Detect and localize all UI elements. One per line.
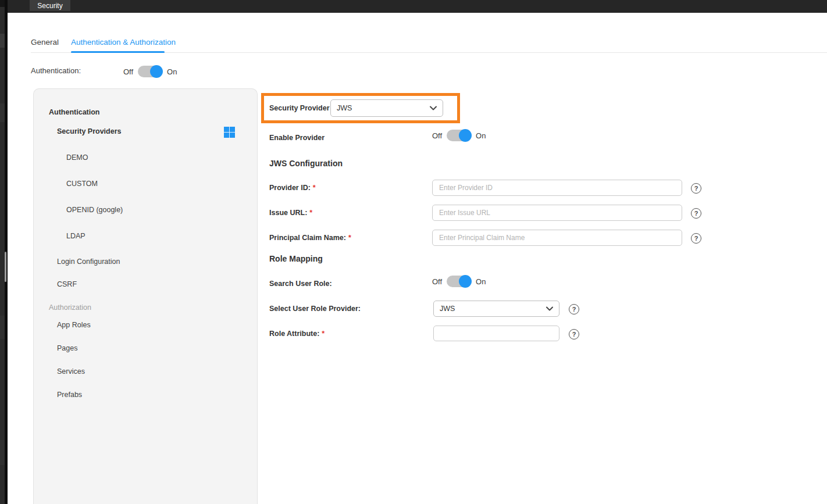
toggle-knob bbox=[150, 65, 163, 78]
toggle-track[interactable] bbox=[447, 276, 471, 287]
sidebar-item-app-roles[interactable]: App Roles bbox=[57, 321, 91, 329]
principal-claim-name-input[interactable] bbox=[432, 230, 682, 246]
security-provider-highlight: Security Provider JWS bbox=[261, 93, 460, 123]
enable-provider-toggle[interactable]: Off On bbox=[432, 130, 486, 141]
security-tab[interactable]: Security bbox=[30, 0, 70, 11]
toggle-on-label: On bbox=[167, 67, 177, 76]
issue-url-label: Issue URL:* bbox=[269, 205, 312, 221]
security-nav-panel: Authentication Security Providers DEMO C… bbox=[33, 88, 258, 504]
toggle-off-label: Off bbox=[123, 67, 133, 76]
sidebar-item-services[interactable]: Services bbox=[57, 367, 85, 376]
security-provider-label: Security Provider bbox=[269, 96, 330, 120]
select-value: JWS bbox=[337, 104, 352, 112]
help-icon[interactable]: ? bbox=[691, 208, 701, 219]
help-icon[interactable]: ? bbox=[569, 329, 579, 339]
jws-configuration-heading: JWS Configuration bbox=[269, 159, 343, 168]
role-attribute-input[interactable] bbox=[433, 326, 559, 341]
toggle-track[interactable] bbox=[138, 66, 162, 77]
sidebar-item-pages[interactable]: Pages bbox=[57, 344, 77, 352]
search-user-role-label: Search User Role: bbox=[269, 276, 332, 292]
required-marker: * bbox=[348, 234, 351, 242]
active-tab-underline bbox=[71, 51, 165, 53]
sidebar-item-provider-demo[interactable]: DEMO bbox=[66, 153, 88, 162]
tab-general[interactable]: General bbox=[31, 38, 59, 47]
toggle-knob bbox=[459, 129, 472, 142]
top-bar: Security bbox=[8, 0, 827, 13]
toggle-off-label: Off bbox=[432, 277, 442, 286]
search-user-role-toggle[interactable]: Off On bbox=[432, 276, 486, 287]
select-user-role-provider-label: Select User Role Provider: bbox=[269, 301, 361, 317]
sidebar-item-provider-custom[interactable]: CUSTOM bbox=[66, 180, 98, 188]
toggle-knob bbox=[459, 275, 472, 288]
role-attribute-label: Role Attribute:* bbox=[269, 326, 325, 342]
left-dock-segment bbox=[0, 103, 5, 122]
sidebar-item-csrf[interactable]: CSRF bbox=[57, 280, 77, 288]
role-mapping-heading: Role Mapping bbox=[269, 254, 323, 263]
security-provider-select[interactable]: JWS bbox=[330, 99, 443, 117]
security-settings-screen: Security General Authentication & Author… bbox=[0, 0, 827, 504]
sidebar-item-prefabs[interactable]: Prefabs bbox=[57, 391, 82, 399]
chevron-down-icon bbox=[430, 106, 437, 110]
sidebar-item-login-configuration[interactable]: Login Configuration bbox=[57, 258, 120, 266]
add-provider-button[interactable] bbox=[224, 127, 235, 138]
issue-url-input[interactable] bbox=[432, 205, 682, 221]
sidebar-item-provider-openid[interactable]: OPENID (google) bbox=[66, 206, 123, 214]
chevron-down-icon bbox=[546, 306, 553, 311]
toggle-track[interactable] bbox=[447, 130, 471, 141]
authentication-toggle[interactable]: Off On bbox=[123, 66, 177, 77]
sidebar-section-authorization: Authorization bbox=[49, 303, 91, 312]
toggle-on-label: On bbox=[476, 277, 486, 286]
left-dock-segment bbox=[0, 440, 5, 465]
sidebar-item-provider-ldap[interactable]: LDAP bbox=[66, 232, 85, 240]
left-dock bbox=[0, 0, 5, 504]
authentication-label: Authentication: bbox=[31, 66, 81, 75]
provider-id-input[interactable] bbox=[432, 180, 682, 196]
sidebar-item-security-providers[interactable]: Security Providers bbox=[57, 127, 121, 135]
left-dock-segment bbox=[0, 0, 5, 7]
user-role-provider-select[interactable]: JWS bbox=[433, 301, 559, 317]
required-marker: * bbox=[309, 209, 312, 217]
principal-claim-name-label: Principal Claim Name:* bbox=[269, 230, 351, 246]
toggle-off-label: Off bbox=[432, 131, 442, 140]
select-value: JWS bbox=[440, 305, 455, 313]
help-icon[interactable]: ? bbox=[691, 233, 701, 244]
required-marker: * bbox=[322, 330, 325, 338]
left-dock-segment bbox=[0, 316, 5, 339]
help-icon[interactable]: ? bbox=[569, 304, 579, 314]
enable-provider-label: Enable Provider bbox=[269, 130, 325, 146]
left-dock-segment bbox=[0, 34, 5, 48]
required-marker: * bbox=[313, 184, 316, 192]
panel-resize-handle[interactable] bbox=[5, 252, 6, 282]
tab-authentication-authorization[interactable]: Authentication & Authorization bbox=[71, 38, 176, 47]
sidebar-section-authentication: Authentication bbox=[49, 108, 100, 116]
toggle-on-label: On bbox=[476, 131, 486, 140]
help-icon[interactable]: ? bbox=[691, 183, 701, 194]
provider-id-label: Provider ID:* bbox=[269, 180, 316, 196]
